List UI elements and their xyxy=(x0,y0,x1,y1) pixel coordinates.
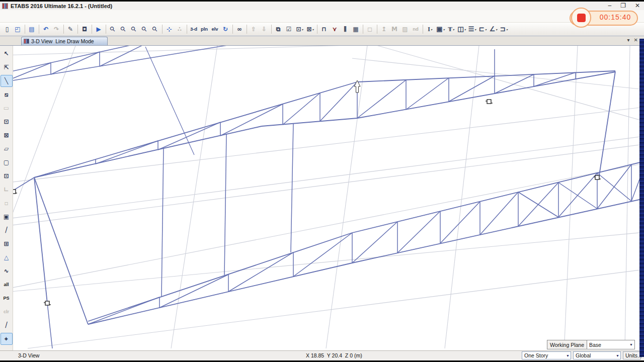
menu-item[interactable] xyxy=(86,14,95,18)
restore-button[interactable]: ❐ xyxy=(620,2,626,9)
save-icon[interactable]: ▤ xyxy=(27,24,37,35)
menu-item[interactable] xyxy=(13,14,22,18)
plate-section-icon[interactable]: ⊐▾ xyxy=(499,24,509,35)
open-file-icon[interactable]: ◰ xyxy=(13,24,23,35)
draw-joint-icon[interactable]: ⋎ xyxy=(330,24,340,35)
units-button[interactable]: Units... xyxy=(623,351,641,359)
quick-draw-braces-icon[interactable]: ▭ xyxy=(1,102,13,114)
view-plan-icon[interactable]: pln xyxy=(199,24,210,35)
steel-i-section-icon[interactable]: I▾ xyxy=(425,24,435,35)
composite-section-icon[interactable]: ◫▾ xyxy=(456,24,467,35)
concrete-column-section-icon[interactable]: ▣▾ xyxy=(435,24,446,35)
menu-item[interactable] xyxy=(95,14,104,18)
channel-section-icon[interactable]: ⊏▾ xyxy=(477,24,488,35)
menu-item[interactable] xyxy=(76,14,86,18)
angle-section-icon[interactable]: ∠▾ xyxy=(488,24,499,35)
minimize-button[interactable]: – xyxy=(608,2,611,9)
deck-section-icon[interactable]: ☰▾ xyxy=(467,24,477,35)
select-previous-icon[interactable]: PS xyxy=(1,292,13,304)
quick-draw-wall-icon[interactable]: ▫ xyxy=(1,197,13,209)
object-draw-options-icon[interactable]: ⊠▾ xyxy=(305,24,315,35)
toolbar-separator xyxy=(187,25,187,34)
menu-item[interactable] xyxy=(104,14,113,18)
draw-floor-icon[interactable]: ▦ xyxy=(351,24,361,35)
menu-item[interactable] xyxy=(40,14,49,18)
edit-pencil-icon[interactable]: ✎ xyxy=(65,24,76,35)
record-stop-button[interactable] xyxy=(571,8,591,28)
zoom-rubber-band-icon[interactable]: ⚲ xyxy=(108,24,118,35)
zoom-previous-icon[interactable]: ⚲ xyxy=(129,24,139,35)
zoom-in-icon[interactable]: ⚲ xyxy=(139,24,150,35)
pan-icon[interactable]: ⊹ xyxy=(164,24,175,35)
display-options-icon[interactable]: ∞ xyxy=(234,24,245,35)
deselect-lines-icon[interactable]: ⧸ xyxy=(1,319,13,331)
snap-to-point-icon[interactable]: ⌖ xyxy=(1,333,13,345)
view-3d-icon[interactable]: 3-d xyxy=(189,24,199,35)
selection-handles[interactable] xyxy=(13,100,601,305)
menu-item[interactable] xyxy=(58,14,67,18)
toolbar-separator xyxy=(271,25,272,34)
object-visibility-icon[interactable]: ☑ xyxy=(284,24,294,35)
quick-draw-area-icon[interactable]: ⊡ xyxy=(1,170,13,182)
redo-icon[interactable]: ↷ xyxy=(51,24,62,35)
menu-item[interactable] xyxy=(122,14,131,18)
draw-rect-area-icon[interactable]: ▢ xyxy=(1,156,13,168)
joint-options-icon[interactable]: ⊡▾ xyxy=(294,24,305,35)
status-bar: 3-D View X 18.85 Y 20.4 Z 0 (m) One Stor… xyxy=(0,350,644,360)
coord-system-dropdown[interactable]: Global ▼ xyxy=(573,351,621,359)
working-plane-dropdown[interactable]: Base ▼ xyxy=(587,340,635,349)
draw-wall-icon[interactable]: ⫼ xyxy=(340,24,351,35)
assign-frame-load-icon[interactable]: M xyxy=(389,24,400,35)
draw-grid-icon[interactable]: ⊞ xyxy=(1,238,13,250)
toolbar-separator xyxy=(162,25,163,34)
tab-list-dropdown-icon[interactable]: ▾ xyxy=(627,37,630,43)
tab-close-icon[interactable]: ✕ xyxy=(634,37,638,43)
draw-poly-area-icon[interactable]: ▱ xyxy=(1,143,13,155)
zoom-full-view-icon[interactable]: ⚲ xyxy=(118,24,129,35)
assign-point-load-icon[interactable]: ↥ xyxy=(379,24,389,35)
draw-beam-line-icon[interactable]: ╲ xyxy=(1,75,13,87)
draw-reference-curve-icon[interactable]: ∿ xyxy=(1,265,13,277)
quick-draw-secondary-beams-icon[interactable]: ⊡ xyxy=(1,116,13,128)
quick-draw-x-braces-icon[interactable]: ⊠ xyxy=(1,129,13,141)
run-analysis-icon[interactable]: ▶ xyxy=(94,24,104,35)
draw-door-window-icon[interactable]: ▣ xyxy=(1,211,13,223)
video-artifact-strip xyxy=(639,39,644,357)
story-mode-dropdown[interactable]: One Story ▼ xyxy=(522,351,571,359)
detailing-tool-icon[interactable]: ◻ xyxy=(365,24,375,35)
menu-item[interactable] xyxy=(4,14,13,18)
move-story-up-icon[interactable]: ⇧ xyxy=(249,24,259,35)
menu-item[interactable] xyxy=(67,14,76,18)
move-story-down-icon[interactable]: ⇩ xyxy=(259,24,270,35)
rotate-3d-view-icon[interactable]: ↻ xyxy=(220,24,231,35)
unlock-model-icon[interactable]: ◘ xyxy=(79,24,90,35)
draw-link-icon[interactable]: ⧸ xyxy=(1,224,13,236)
undo-icon[interactable]: ↶ xyxy=(41,24,51,35)
reshape-object-icon[interactable]: ⇱ xyxy=(1,61,13,73)
draw-dimension-icon[interactable]: △ xyxy=(1,251,13,263)
zoom-out-icon[interactable]: ⚲ xyxy=(150,24,160,35)
menu-item[interactable] xyxy=(113,14,122,18)
tab-3d-view[interactable]: 3-D View Line Draw Mode xyxy=(21,37,108,45)
walk-through-icon[interactable]: ∴ xyxy=(175,24,185,35)
menu-item[interactable] xyxy=(49,14,58,18)
menu-item[interactable] xyxy=(22,14,31,18)
close-button[interactable]: ✕ xyxy=(635,2,640,9)
app-logo-icon xyxy=(2,3,8,9)
draw-wall-stack-icon[interactable]: ∟ xyxy=(1,184,13,196)
menu-item[interactable] xyxy=(31,14,40,18)
toolbar-separator xyxy=(92,25,92,34)
select-pointer-icon[interactable]: ↖ xyxy=(1,48,13,60)
new-model-icon[interactable]: ▯ xyxy=(2,24,13,35)
nd-icon[interactable]: nd xyxy=(411,24,421,35)
toolbar-separator xyxy=(106,25,106,34)
draw-frame-icon[interactable]: ⊓ xyxy=(319,24,330,35)
clear-selection-icon[interactable]: clr xyxy=(1,306,13,318)
quick-draw-beam-icon[interactable]: ⧅ xyxy=(1,88,13,101)
select-all-icon[interactable]: all xyxy=(1,279,13,291)
shrink-objects-icon[interactable]: ⧉ xyxy=(273,24,284,35)
view-elevation-icon[interactable]: elv xyxy=(210,24,220,35)
model-canvas[interactable]: Working Plane Base ▼ xyxy=(13,46,639,350)
assign-area-load-icon[interactable]: ▨ xyxy=(400,24,411,35)
tee-section-icon[interactable]: Ŧ▾ xyxy=(446,24,456,35)
